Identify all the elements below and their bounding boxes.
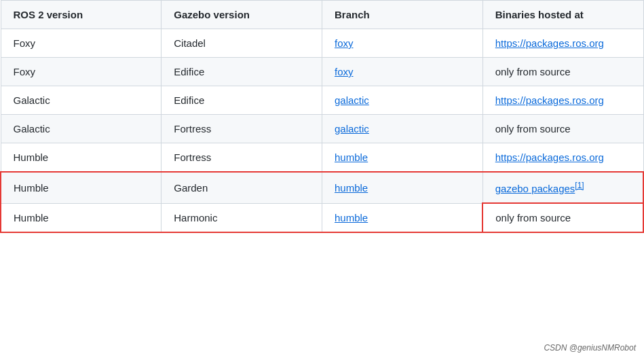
cell-ros2: Humble bbox=[1, 172, 162, 203]
cell-ros2: Humble bbox=[1, 143, 162, 173]
branch-link[interactable]: foxy bbox=[335, 37, 354, 49]
branch-link[interactable]: galactic bbox=[335, 94, 369, 106]
branch-link[interactable]: galactic bbox=[335, 123, 369, 135]
cell-branch: humble bbox=[322, 172, 483, 203]
cell-binaries: only from source bbox=[482, 203, 643, 232]
cell-gazebo: Edifice bbox=[162, 58, 322, 86]
cell-ros2: Humble bbox=[1, 203, 162, 232]
cell-binaries[interactable]: https://packages.ros.org bbox=[482, 29, 643, 58]
cell-ros2: Foxy bbox=[1, 29, 162, 58]
watermark: CSDN @geniusNMRobot bbox=[544, 343, 636, 353]
branch-link[interactable]: foxy bbox=[335, 66, 354, 77]
cell-branch: galactic bbox=[322, 86, 483, 115]
binaries-link[interactable]: https://packages.ros.org bbox=[495, 37, 604, 49]
cell-gazebo: Garden bbox=[162, 172, 322, 203]
table-row: HumbleHarmonichumbleonly from source bbox=[1, 203, 643, 232]
cell-ros2: Galactic bbox=[1, 115, 162, 143]
branch-link[interactable]: humble bbox=[335, 212, 368, 223]
cell-binaries[interactable]: https://packages.ros.org bbox=[482, 86, 643, 115]
col-branch: Branch bbox=[322, 1, 483, 29]
cell-gazebo: Harmonic bbox=[162, 203, 322, 232]
cell-branch: foxy bbox=[322, 29, 483, 58]
table-row: HumbleFortresshumblehttps://packages.ros… bbox=[1, 143, 643, 173]
table-row: GalacticFortressgalacticonly from source bbox=[1, 115, 643, 143]
cell-branch: humble bbox=[322, 143, 483, 173]
table-row: HumbleGardenhumblegazebo packages[1] bbox=[1, 172, 643, 203]
cell-gazebo: Edifice bbox=[162, 86, 322, 115]
col-gazebo: Gazebo version bbox=[162, 1, 322, 29]
cell-binaries[interactable]: https://packages.ros.org bbox=[482, 143, 643, 173]
cell-binaries: only from source bbox=[482, 58, 643, 86]
col-binaries: Binaries hosted at bbox=[482, 1, 643, 29]
cell-gazebo: Fortress bbox=[162, 143, 322, 173]
table-container: ROS 2 version Gazebo version Branch Bina… bbox=[0, 0, 644, 233]
branch-link[interactable]: humble bbox=[335, 151, 368, 163]
branch-link[interactable]: humble bbox=[335, 182, 368, 194]
footnote-link[interactable]: [1] bbox=[575, 181, 584, 190]
cell-ros2: Galactic bbox=[1, 86, 162, 115]
table-header-row: ROS 2 version Gazebo version Branch Bina… bbox=[1, 1, 643, 29]
binaries-link[interactable]: https://packages.ros.org bbox=[495, 151, 604, 163]
binaries-link[interactable]: https://packages.ros.org bbox=[495, 94, 604, 106]
cell-binaries[interactable]: gazebo packages[1] bbox=[482, 172, 643, 203]
table-row: FoxyCitadelfoxyhttps://packages.ros.org bbox=[1, 29, 643, 58]
binaries-link[interactable]: gazebo packages bbox=[495, 183, 575, 194]
cell-ros2: Foxy bbox=[1, 58, 162, 86]
cell-binaries: only from source bbox=[482, 115, 643, 143]
cell-branch: humble bbox=[322, 203, 483, 232]
cell-gazebo: Fortress bbox=[162, 115, 322, 143]
cell-gazebo: Citadel bbox=[162, 29, 322, 58]
table-row: GalacticEdificegalactichttps://packages.… bbox=[1, 86, 643, 115]
data-table: ROS 2 version Gazebo version Branch Bina… bbox=[0, 0, 644, 233]
table-row: FoxyEdificefoxyonly from source bbox=[1, 58, 643, 86]
col-ros2: ROS 2 version bbox=[1, 1, 162, 29]
cell-branch: galactic bbox=[322, 115, 483, 143]
cell-branch: foxy bbox=[322, 58, 483, 86]
